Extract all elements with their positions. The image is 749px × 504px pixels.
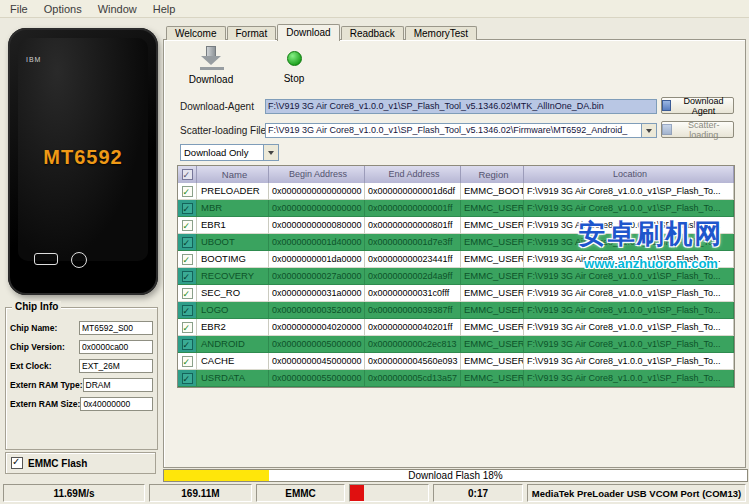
end-address: 0x000000000001d6df — [365, 183, 461, 200]
location: F:\V919 3G Air Core8_v1.0.0_v1\SP_Flash_… — [524, 319, 734, 336]
row-checkbox[interactable] — [182, 373, 193, 384]
partition-table: Name Begin Address End Address Region Lo… — [177, 165, 735, 388]
region: EMMC_USER — [461, 200, 524, 217]
row-checkbox[interactable] — [182, 288, 193, 299]
begin-address: 0x0000000003520000 — [269, 302, 365, 319]
row-checkbox[interactable] — [182, 305, 193, 316]
tab[interactable]: Readback — [341, 26, 404, 40]
chip-field-label: Extern RAM Size: — [10, 399, 80, 409]
download-agent-path: F:\V919 3G Air Core8_v1.0.0_v1\SP_Flash_… — [266, 100, 656, 113]
row-checkbox[interactable] — [182, 186, 193, 197]
region: EMMC_USER — [461, 370, 524, 387]
row-checkbox[interactable] — [182, 254, 193, 265]
emmc-flash-label: EMMC Flash — [28, 458, 87, 469]
stop-icon — [287, 51, 302, 66]
row-checkbox[interactable] — [182, 271, 193, 282]
location: F:\V919 3G Air Core8_v1.0.0_v1\SP_Flash_… — [524, 234, 734, 251]
table-row[interactable]: EBR2 0x0000000004020000 0x00000000040201… — [178, 319, 734, 336]
row-checkbox[interactable] — [182, 237, 193, 248]
table-row[interactable]: BOOTIMG 0x0000000001da0000 0x00000000023… — [178, 251, 734, 268]
chip-field-label: Chip Version: — [10, 342, 79, 352]
end-address: 0x00000000023441ff — [365, 251, 461, 268]
select-all-checkbox[interactable] — [182, 169, 193, 180]
table-row[interactable]: SEC_RO 0x00000000031a0000 0x00000000031c… — [178, 285, 734, 302]
row-checkbox[interactable] — [182, 339, 193, 350]
row-checkbox-cell — [178, 217, 197, 234]
end-address: 0x000000005cd13a57 — [365, 370, 461, 387]
table-row[interactable]: CACHE 0x0000000045000000 0x000000004560e… — [178, 353, 734, 370]
scatter-loading-button[interactable]: Scatter-loading — [661, 121, 734, 138]
table-row[interactable]: EBR1 0x0000000000080000 0x00000000000801… — [178, 217, 734, 234]
partition-name: MBR — [197, 200, 269, 217]
status-bar: 11.69M/s 169.11M EMMC 0:17 MediaTek PreL… — [0, 483, 749, 503]
download-agent-button[interactable]: Download Agent — [661, 97, 734, 114]
table-row[interactable]: PRELOADER 0x0000000000000000 0x000000000… — [178, 183, 734, 200]
menu-bar: FileOptionsWindowHelp — [0, 0, 749, 18]
row-checkbox-cell — [178, 251, 197, 268]
row-checkbox-cell — [178, 200, 197, 217]
download-mode-select[interactable]: Download Only — [180, 144, 279, 161]
stop-button-label: Stop — [272, 73, 316, 84]
region: EMMC_USER — [461, 353, 524, 370]
menu-item[interactable]: Window — [92, 2, 147, 16]
progress-label: Download Flash 18% — [164, 470, 747, 481]
chip-field-value: 0x0000ca00 — [79, 340, 153, 354]
chevron-down-icon[interactable] — [263, 145, 278, 160]
location: F:\V919 3G Air Core8_v1.0.0_v1\SP_Flash_… — [524, 200, 734, 217]
table-row[interactable]: UBOOT 0x0000000001d40000 0x0000000001d7e… — [178, 234, 734, 251]
partition-name: SEC_RO — [197, 285, 269, 302]
chip-info-field: Chip Version: 0x0000ca00 — [10, 337, 153, 356]
row-checkbox[interactable] — [182, 220, 193, 231]
menu-item[interactable]: Options — [38, 2, 92, 16]
partition-name: EBR1 — [197, 217, 269, 234]
table-row[interactable]: ANDROID 0x0000000005000000 0x000000000c2… — [178, 336, 734, 353]
end-address: 0x0000000002d4a9ff — [365, 268, 461, 285]
status-flash-type: EMMC — [256, 484, 345, 502]
scatter-file-combobox[interactable]: F:\V919 3G Air Core8_v1.0.0_v1\SP_Flash_… — [265, 123, 657, 138]
partition-name: RECOVERY — [197, 268, 269, 285]
location: F:\V919 3G Air Core8_v1.0.0_v1\SP_Flash_… — [524, 302, 734, 319]
download-agent-input[interactable]: F:\V919 3G Air Core8_v1.0.0_v1\SP_Flash_… — [265, 99, 657, 114]
region: EMMC_USER — [461, 336, 524, 353]
main-panel: WelcomeFormatDownloadReadbackMemoryTest … — [163, 24, 746, 468]
chip-info-field: Chip Name: MT6592_S00 — [10, 318, 153, 337]
chevron-down-icon[interactable] — [641, 124, 656, 137]
tab[interactable]: MemoryTest — [405, 26, 477, 40]
row-checkbox-cell — [178, 183, 197, 200]
tab[interactable]: Format — [227, 26, 277, 40]
row-checkbox[interactable] — [182, 356, 193, 367]
tab[interactable]: Download — [277, 24, 339, 41]
stop-button[interactable]: Stop — [272, 46, 316, 84]
row-checkbox-cell — [178, 285, 197, 302]
partition-name: BOOTIMG — [197, 251, 269, 268]
begin-address: 0x0000000045000000 — [269, 353, 365, 370]
region: EMMC_USER — [461, 268, 524, 285]
download-progress-bar: Download Flash 18% — [163, 469, 748, 482]
location: F:\V919 3G Air Core8_v1.0.0_v1\SP_Flash_… — [524, 268, 734, 285]
chip-info-field: Ext Clock: EXT_26M — [10, 356, 153, 375]
end-address: 0x00000000000801ff — [365, 217, 461, 234]
row-checkbox[interactable] — [182, 322, 193, 333]
menu-item[interactable]: Help — [147, 2, 186, 16]
table-row[interactable]: USRDATA 0x0000000055000000 0x000000005cd… — [178, 370, 734, 387]
partition-name: ANDROID — [197, 336, 269, 353]
phone-brand-label: IBM — [26, 56, 41, 63]
row-checkbox[interactable] — [182, 203, 193, 214]
scatter-file-path: F:\V919 3G Air Core8_v1.0.0_v1\SP_Flash_… — [266, 124, 656, 137]
table-row[interactable]: LOGO 0x0000000003520000 0x00000000039387… — [178, 302, 734, 319]
download-button[interactable]: Download — [186, 46, 236, 85]
tab[interactable]: Welcome — [166, 26, 226, 40]
partition-name: EBR2 — [197, 319, 269, 336]
chip-info-field: Extern RAM Size: 0x40000000 — [10, 394, 153, 413]
chip-info-panel: Chip Info Chip Name: MT6592_S00 Chip Ver… — [5, 307, 158, 450]
menu-item[interactable]: File — [4, 2, 38, 16]
chip-field-value: 0x40000000 — [80, 397, 153, 411]
emmc-flash-checkbox[interactable] — [11, 457, 23, 469]
chip-field-label: Chip Name: — [10, 323, 79, 333]
file-icon — [662, 124, 672, 135]
row-checkbox-cell — [178, 268, 197, 285]
download-arrow-icon — [200, 46, 222, 70]
table-row[interactable]: MBR 0x0000000000000000 0x00000000000001f… — [178, 200, 734, 217]
table-row[interactable]: RECOVERY 0x00000000027a0000 0x0000000002… — [178, 268, 734, 285]
chip-info-title: Chip Info — [12, 301, 61, 312]
